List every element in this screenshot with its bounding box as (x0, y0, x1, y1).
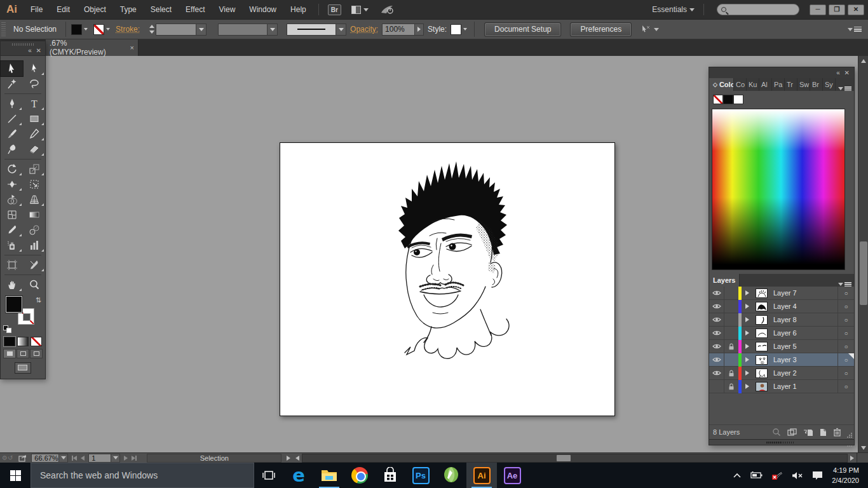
color-panel-menu-icon[interactable] (836, 86, 854, 91)
menu-item-file[interactable]: File (24, 0, 50, 19)
tool-direct-selection[interactable] (23, 61, 45, 76)
layer-row[interactable]: Layer 6○ (709, 327, 854, 340)
toggle-visibility-icon[interactable] (709, 340, 724, 353)
stroke-weight-dropdown[interactable] (196, 24, 207, 36)
tool-slice[interactable] (23, 257, 45, 273)
draw-behind-button[interactable] (17, 349, 29, 358)
tool-rotate[interactable] (1, 161, 23, 177)
resize-grip-icon[interactable] (846, 432, 853, 438)
menu-item-select[interactable]: Select (144, 0, 179, 19)
toggle-lock-icon[interactable] (724, 367, 738, 380)
tool-column-graph[interactable] (23, 238, 45, 253)
layer-name[interactable]: Layer 8 (770, 316, 837, 323)
toggle-visibility-icon[interactable] (709, 353, 724, 367)
next-artboard-icon[interactable] (124, 456, 128, 461)
layer-row[interactable]: Layer 7○ (709, 287, 854, 300)
scroll-left-icon[interactable] (295, 456, 299, 461)
layer-row[interactable]: Layer 1○ (709, 380, 854, 393)
layer-thumbnail[interactable] (753, 300, 770, 313)
expand-layer-icon[interactable] (742, 327, 753, 340)
layer-target-icon[interactable]: ○ (837, 380, 854, 393)
bridge-button[interactable]: Br (328, 4, 341, 15)
export-icon[interactable] (18, 454, 27, 462)
layer-name[interactable]: Layer 6 (770, 329, 837, 337)
tool-line-segment[interactable] (1, 111, 23, 126)
swatch-black[interactable] (723, 95, 733, 104)
taskbar-app-chrome[interactable] (344, 463, 375, 488)
layer-target-icon[interactable]: ○ (837, 367, 854, 380)
tool-eyedropper[interactable] (1, 222, 23, 238)
tool-lasso[interactable] (23, 76, 45, 92)
battery-charging-icon[interactable] (750, 471, 763, 479)
artboard-dropdown[interactable] (111, 454, 120, 463)
draw-normal-button[interactable] (3, 349, 16, 358)
style-swatch[interactable] (451, 24, 461, 35)
layer-name[interactable]: Layer 2 (770, 369, 837, 377)
expand-layer-icon[interactable] (742, 300, 753, 313)
vertical-scrollbar[interactable] (858, 56, 868, 452)
taskbar-app-photoshop[interactable]: Ps (405, 463, 436, 488)
taskbar-app-illustrator[interactable]: Ai (466, 463, 497, 488)
locate-object-icon[interactable] (772, 428, 781, 437)
network-error-icon[interactable] (771, 471, 783, 480)
layer-target-icon[interactable]: ○ (837, 313, 854, 327)
tab-pa[interactable]: Pa (772, 78, 785, 91)
scroll-right-icon[interactable] (850, 456, 854, 461)
expand-layer-icon[interactable] (742, 313, 753, 327)
stroke-weight-field[interactable] (156, 24, 196, 36)
layer-row[interactable]: Layer 4○ (709, 300, 854, 313)
tool-mesh[interactable] (1, 207, 23, 222)
expand-layer-icon[interactable] (742, 367, 753, 380)
swatch-white[interactable] (733, 95, 743, 104)
tool-perspective-grid[interactable] (23, 192, 45, 207)
tool-gradient[interactable] (23, 207, 45, 222)
workspace-switcher[interactable]: Essentials (652, 5, 695, 14)
restore-button[interactable]: ❐ (829, 4, 845, 15)
none-mode-button[interactable] (31, 337, 42, 346)
style-dropdown[interactable] (461, 24, 469, 35)
opacity-link[interactable]: Opacity: (350, 25, 378, 34)
start-button[interactable] (0, 463, 31, 488)
toggle-lock-icon[interactable] (724, 353, 738, 367)
task-view-button[interactable] (254, 463, 283, 488)
clipping-mask-icon[interactable] (787, 428, 797, 437)
panel-grip[interactable] (1, 22, 6, 36)
tool-shape-builder[interactable] (1, 192, 23, 207)
tab-ku[interactable]: Ku (747, 78, 759, 91)
layer-target-icon[interactable]: ○ (837, 327, 854, 340)
layer-target-icon[interactable]: ○ (837, 340, 854, 353)
menu-item-type[interactable]: Type (113, 0, 144, 19)
tool-symbol-sprayer[interactable] (1, 238, 23, 253)
tool-paintbrush[interactable] (1, 126, 23, 142)
menu-item-view[interactable]: View (212, 0, 243, 19)
tool-scale[interactable] (23, 161, 45, 177)
minimize-button[interactable]: ─ (810, 4, 826, 15)
taskbar-search-input[interactable]: Search the web and Windows (31, 463, 254, 488)
tab-br[interactable]: Br (810, 78, 823, 91)
toggle-lock-icon[interactable] (724, 340, 738, 353)
swap-fill-stroke-icon[interactable]: ⇅ (36, 296, 41, 304)
taskbar-app-store[interactable] (375, 463, 405, 488)
artboard[interactable] (280, 142, 615, 416)
taskbar-app-after-effects[interactable]: Ae (497, 463, 527, 488)
search-input[interactable] (717, 4, 799, 15)
toggle-visibility-icon[interactable] (709, 327, 724, 340)
layer-row[interactable]: Layer 5○ (709, 340, 854, 353)
panel-group-header[interactable]: « ✕ (709, 67, 854, 78)
taskbar-app-file-explorer[interactable] (314, 463, 344, 488)
menu-item-object[interactable]: Object (77, 0, 113, 19)
layer-name[interactable]: Layer 3 (770, 356, 837, 363)
fill-color-swatch[interactable] (71, 24, 82, 35)
close-panels-icon[interactable]: ✕ (844, 69, 851, 76)
previous-artboard-icon[interactable] (81, 456, 85, 461)
tool-blend[interactable] (23, 222, 45, 238)
toggle-lock-icon[interactable] (724, 287, 738, 300)
toggle-lock-icon[interactable] (724, 380, 738, 393)
brush-definition-field[interactable] (218, 24, 268, 36)
status-expand-icon[interactable] (287, 456, 290, 461)
collapse-panels-icon[interactable]: « (836, 69, 841, 76)
zoom-level-field[interactable]: 66.67% (31, 454, 59, 463)
expand-layer-icon[interactable] (742, 287, 753, 300)
show-hidden-icons-icon[interactable] (733, 473, 741, 478)
opacity-field[interactable]: 100% (382, 24, 415, 36)
